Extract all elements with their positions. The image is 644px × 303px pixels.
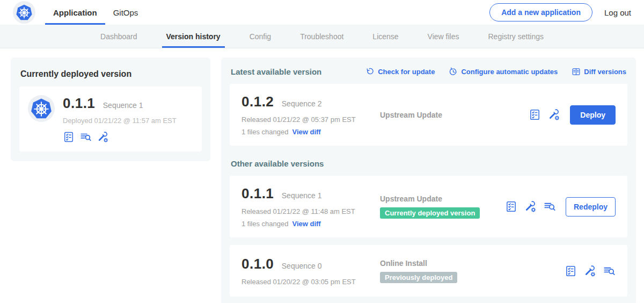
configure-updates-link[interactable]: Configure automatic updates — [449, 67, 558, 76]
subnav-view-files[interactable]: View files — [426, 25, 462, 48]
sequence-label: Sequence 1 — [282, 191, 322, 200]
released-timestamp: Released 01/21/22 @ 05:37 pm EST — [241, 116, 380, 124]
version-actions: Deploy — [529, 105, 616, 125]
version-actions: Redeploy — [505, 197, 616, 217]
files-changed-label: 1 files changed — [241, 128, 288, 136]
tab-application[interactable]: Application — [45, 0, 105, 25]
sequence-label: Sequence 2 — [282, 99, 322, 108]
top-tabs: Application GitOps — [45, 0, 146, 25]
released-timestamp: Released 01/21/22 @ 11:48 am EST — [241, 207, 380, 215]
release-notes-icon[interactable] — [565, 265, 577, 277]
configure-updates-label: Configure automatic updates — [461, 68, 558, 76]
app-logo — [13, 1, 35, 24]
deployed-timestamp: Deployed 01/21/22 @ 11:57 am EST — [63, 117, 177, 125]
version-actions — [565, 265, 616, 277]
app-icon-avatar — [28, 95, 55, 122]
version-source-label: Upstream Update — [380, 194, 505, 203]
subnav-version-history[interactable]: Version history — [164, 25, 223, 48]
diff-versions-link[interactable]: Diff versions — [572, 67, 626, 76]
view-logs-icon[interactable] — [544, 200, 556, 213]
view-diff-link[interactable]: View diff — [292, 220, 320, 228]
kubernetes-icon — [30, 97, 53, 120]
release-notes-icon[interactable] — [63, 131, 75, 143]
released-timestamp: Released 01/20/22 @ 03:05 pm EST — [241, 278, 380, 286]
top-navbar: Application GitOps Add a new application… — [0, 0, 644, 25]
main-content: Currently deployed version 0.1.1 Sequenc… — [0, 48, 644, 303]
subnav-config[interactable]: Config — [247, 25, 273, 48]
deployed-version-number: 0.1.1 — [63, 95, 95, 111]
version-row: 0.1.0 Sequence 0 Released 01/20/22 @ 03:… — [230, 245, 627, 297]
version-history-panel: Latest available version Check for updat… — [221, 57, 636, 303]
deployed-version-card: 0.1.1 Sequence 1 Deployed 01/21/22 @ 11:… — [19, 86, 202, 152]
kubernetes-icon — [15, 3, 33, 21]
tab-gitops[interactable]: GitOps — [105, 0, 147, 25]
view-logs-icon[interactable] — [80, 131, 92, 143]
add-application-button[interactable]: Add a new application — [489, 3, 592, 21]
version-source-label: Online Install — [380, 259, 565, 268]
version-row: 0.1.1 Sequence 1 Released 01/21/22 @ 11:… — [230, 176, 627, 237]
latest-available-header: Latest available version Check for updat… — [230, 66, 627, 76]
check-for-update-link[interactable]: Check for update — [365, 67, 435, 76]
deployed-actions — [63, 131, 177, 143]
redeploy-button[interactable]: Redeploy — [566, 197, 616, 217]
other-versions-title: Other available versions — [231, 159, 626, 168]
release-notes-icon[interactable] — [529, 109, 541, 121]
subnav-registry-settings[interactable]: Registry settings — [486, 25, 546, 48]
update-actions: Check for update Configure automatic upd… — [365, 67, 626, 76]
subnav-dashboard[interactable]: Dashboard — [98, 25, 140, 48]
files-changed-label: 1 files changed — [241, 220, 288, 228]
version-number: 0.1.1 — [241, 185, 274, 201]
schedule-icon — [449, 67, 458, 76]
previously-deployed-badge: Previously deployed — [380, 272, 457, 283]
version-number: 0.1.0 — [241, 256, 274, 272]
release-notes-icon[interactable] — [505, 200, 517, 213]
subnav-license[interactable]: License — [370, 25, 400, 48]
refresh-icon — [365, 67, 375, 76]
check-for-update-label: Check for update — [378, 68, 435, 76]
diff-icon — [572, 67, 581, 76]
config-wrench-icon[interactable] — [524, 200, 537, 213]
deploy-button[interactable]: Deploy — [570, 105, 616, 125]
view-diff-link[interactable]: View diff — [292, 128, 320, 136]
deployed-sequence-label: Sequence 1 — [103, 101, 143, 110]
logout-link[interactable]: Log out — [604, 8, 631, 17]
config-wrench-icon[interactable] — [584, 265, 596, 277]
subnav-troubleshoot[interactable]: Troubleshoot — [298, 25, 346, 48]
view-logs-icon[interactable] — [603, 265, 616, 277]
app-subnav: Dashboard Version history Config Trouble… — [0, 25, 644, 48]
currently-deployed-panel: Currently deployed version 0.1.1 Sequenc… — [11, 57, 210, 161]
latest-available-title: Latest available version — [231, 67, 321, 76]
config-wrench-icon[interactable] — [97, 131, 109, 143]
sequence-label: Sequence 0 — [282, 262, 322, 270]
config-wrench-icon[interactable] — [548, 109, 560, 121]
diff-versions-label: Diff versions — [584, 68, 626, 76]
currently-deployed-badge: Currently deployed version — [380, 207, 480, 219]
currently-deployed-title: Currently deployed version — [19, 65, 202, 86]
version-number: 0.1.2 — [241, 93, 274, 110]
version-row: 0.1.2 Sequence 2 Released 01/21/22 @ 05:… — [230, 84, 627, 146]
version-source-label: Upstream Update — [380, 111, 529, 119]
topbar-actions: Add a new application Log out — [489, 3, 631, 21]
